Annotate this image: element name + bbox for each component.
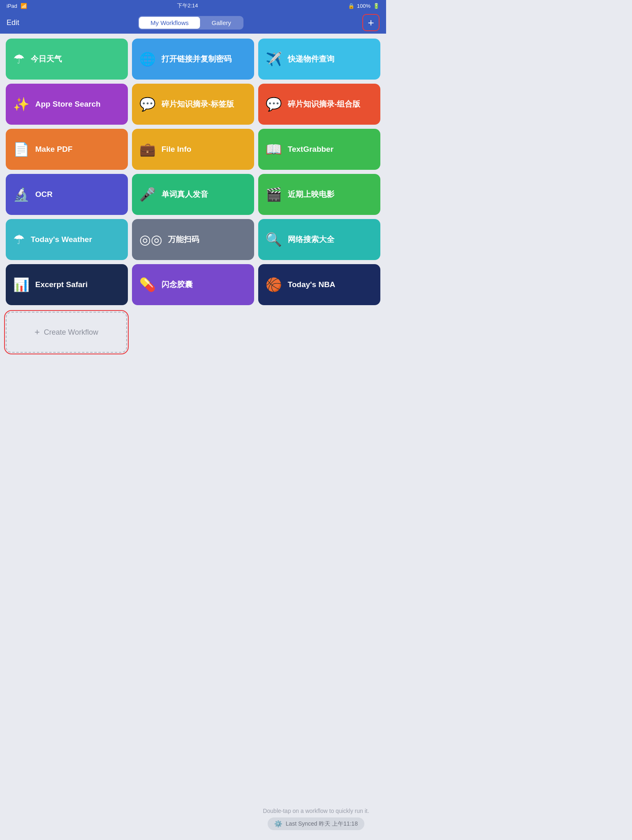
workflow-icon-5: 💬: [139, 96, 156, 112]
workflow-label-15: 网络搜索大全: [288, 235, 334, 244]
workflow-icon-15: 🔍: [266, 232, 282, 247]
workflow-label-2: 打开链接并复制密码: [161, 54, 232, 64]
nav-bar: Edit My Workflows Gallery +: [0, 11, 386, 34]
workflow-card-3[interactable]: ✈️快递物件查询: [258, 39, 380, 80]
lock-icon: 🔒: [348, 3, 355, 9]
workflow-label-10: OCR: [35, 189, 52, 199]
status-bar: iPad 📶 下午2:14 🔒 100% 🔋: [0, 0, 386, 11]
workflow-icon-14: ◎◎: [139, 232, 162, 247]
workflow-card-2[interactable]: 🌐打开链接并复制密码: [132, 39, 254, 80]
tab-gallery[interactable]: Gallery: [200, 17, 243, 29]
workflow-card-12[interactable]: 🎬近期上映电影: [258, 174, 380, 215]
workflow-label-5: 碎片知识摘录-标签版: [161, 99, 234, 109]
workflow-label-14: 万能扫码: [168, 235, 199, 244]
edit-button[interactable]: Edit: [7, 18, 19, 27]
workflow-icon-7: 📄: [13, 142, 30, 157]
workflow-card-11[interactable]: 🎤单词真人发音: [132, 174, 254, 215]
workflow-icon-12: 🎬: [266, 187, 282, 202]
battery-icon: 🔋: [373, 3, 380, 9]
workflow-icon-18: 🏀: [266, 277, 282, 292]
create-plus-icon: +: [34, 327, 40, 338]
workflow-label-4: App Store Search: [35, 99, 100, 109]
workflow-card-18[interactable]: 🏀Today's NBA: [258, 264, 380, 305]
wifi-icon: 📶: [20, 3, 27, 9]
workflow-label-3: 快递物件查询: [288, 54, 334, 64]
create-workflow-label: Create Workflow: [44, 328, 98, 337]
workflow-label-13: Today's Weather: [31, 235, 92, 244]
status-time: 下午2:14: [177, 2, 198, 9]
workflow-card-6[interactable]: 💬碎片知识摘录-组合版: [258, 84, 380, 125]
workflow-label-1: 今日天气: [31, 54, 62, 64]
workflow-icon-13: ☂: [13, 232, 25, 247]
workflow-card-13[interactable]: ☂Today's Weather: [6, 219, 128, 260]
status-right: 🔒 100% 🔋: [348, 3, 380, 9]
workflow-icon-3: ✈️: [266, 51, 282, 67]
add-workflow-button[interactable]: +: [362, 14, 380, 31]
create-workflow-button[interactable]: + Create Workflow: [6, 312, 127, 353]
workflow-card-1[interactable]: ☂今日天气: [6, 39, 128, 80]
workflow-card-4[interactable]: ✨App Store Search: [6, 84, 128, 125]
workflow-icon-1: ☂: [13, 51, 25, 67]
workflow-icon-10: 🔬: [13, 187, 30, 202]
workflow-grid: ☂今日天气🌐打开链接并复制密码✈️快递物件查询✨App Store Search…: [0, 34, 386, 310]
workflow-icon-17: 💊: [139, 277, 156, 292]
workflow-label-12: 近期上映电影: [288, 189, 334, 199]
workflow-label-8: File Info: [161, 144, 191, 154]
workflow-icon-16: 📊: [13, 277, 30, 292]
workflow-label-18: Today's NBA: [288, 280, 335, 290]
device-label: iPad: [7, 3, 17, 9]
workflow-card-14[interactable]: ◎◎万能扫码: [132, 219, 254, 260]
workflow-icon-6: 💬: [266, 96, 282, 112]
workflow-label-16: Excerpt Safari: [35, 280, 88, 290]
workflow-label-7: Make PDF: [35, 144, 73, 154]
workflow-icon-11: 🎤: [139, 187, 156, 202]
workflow-card-16[interactable]: 📊Excerpt Safari: [6, 264, 128, 305]
workflow-icon-4: ✨: [13, 96, 30, 112]
tab-my-workflows[interactable]: My Workflows: [139, 17, 200, 29]
workflow-icon-9: 📖: [266, 142, 282, 157]
battery-label: 100%: [357, 3, 371, 9]
workflow-label-11: 单词真人发音: [161, 189, 208, 199]
workflow-card-17[interactable]: 💊闪念胶囊: [132, 264, 254, 305]
workflow-card-15[interactable]: 🔍网络搜索大全: [258, 219, 380, 260]
workflow-card-10[interactable]: 🔬OCR: [6, 174, 128, 215]
workflow-icon-8: 💼: [139, 142, 156, 157]
workflow-card-9[interactable]: 📖TextGrabber: [258, 129, 380, 170]
workflow-card-7[interactable]: 📄Make PDF: [6, 129, 128, 170]
workflow-label-9: TextGrabber: [288, 144, 334, 154]
workflow-label-17: 闪念胶囊: [161, 280, 193, 290]
workflow-icon-2: 🌐: [139, 51, 156, 67]
status-left: iPad 📶: [7, 3, 27, 9]
nav-tabs: My Workflows Gallery: [138, 16, 243, 30]
workflow-card-8[interactable]: 💼File Info: [132, 129, 254, 170]
workflow-card-5[interactable]: 💬碎片知识摘录-标签版: [132, 84, 254, 125]
workflow-label-6: 碎片知识摘录-组合版: [288, 99, 360, 109]
